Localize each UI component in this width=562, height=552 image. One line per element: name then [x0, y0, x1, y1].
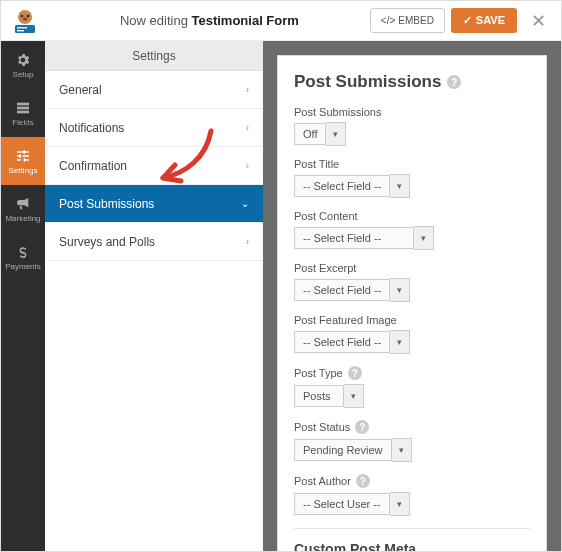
field-post-status: Post Status? Pending Review▾ — [294, 420, 530, 462]
field-label: Post Content — [294, 210, 530, 222]
select-value: Off — [294, 123, 326, 145]
field-post-title: Post Title -- Select Field --▾ — [294, 158, 530, 198]
menu-label: Notifications — [59, 121, 124, 135]
field-post-excerpt: Post Excerpt -- Select Field --▾ — [294, 262, 530, 302]
form-name: Testimonial Form — [191, 13, 298, 28]
fields-icon — [15, 100, 31, 116]
field-label: Post Featured Image — [294, 314, 530, 326]
field-label: Post Status? — [294, 420, 530, 434]
nav-fields[interactable]: Fields — [1, 89, 45, 137]
menu-surveys-polls[interactable]: Surveys and Polls› — [45, 223, 263, 261]
chevron-down-icon: ⌄ — [241, 198, 249, 209]
editing-prefix: Now editing — [120, 13, 192, 28]
select-value: Pending Review — [294, 439, 392, 461]
field-post-content: Post Content -- Select Field --▾ — [294, 210, 530, 250]
help-icon[interactable]: ? — [447, 75, 461, 89]
toggle-select[interactable]: Off▾ — [294, 122, 346, 146]
chevron-right-icon: › — [246, 122, 249, 133]
chevron-right-icon: › — [246, 84, 249, 95]
select-value: -- Select Field -- — [294, 175, 390, 197]
help-icon[interactable]: ? — [356, 474, 370, 488]
chevron-right-icon: › — [246, 236, 249, 247]
chevron-down-icon: ▾ — [390, 330, 410, 354]
menu-post-submissions[interactable]: Post Submissions⌄ — [45, 185, 263, 223]
left-nav: Setup Fields Settings Marketing Payments — [1, 41, 45, 551]
dollar-icon — [15, 244, 31, 260]
select-value: -- Select Field -- — [294, 227, 414, 249]
menu-notifications[interactable]: Notifications› — [45, 109, 263, 147]
chevron-down-icon: ▾ — [392, 438, 412, 462]
chevron-down-icon: ▾ — [344, 384, 364, 408]
field-post-type: Post Type? Posts▾ — [294, 366, 530, 408]
field-post-submissions-toggle: Post Submissions Off▾ — [294, 106, 530, 146]
panel-title: Post Submissions? — [294, 72, 530, 92]
menu-label: Post Submissions — [59, 197, 154, 211]
post-author-select[interactable]: -- Select User --▾ — [294, 492, 410, 516]
chevron-right-icon: › — [246, 160, 249, 171]
field-label: Post Title — [294, 158, 530, 170]
field-label: Post Author? — [294, 474, 530, 488]
post-status-select[interactable]: Pending Review▾ — [294, 438, 412, 462]
post-title-select[interactable]: -- Select Field --▾ — [294, 174, 410, 198]
app-logo — [9, 5, 41, 37]
field-label: Post Excerpt — [294, 262, 530, 274]
settings-menu: Settings General› Notifications› Confirm… — [45, 41, 263, 551]
sliders-icon — [15, 148, 31, 164]
svg-point-0 — [18, 10, 32, 24]
svg-point-3 — [23, 17, 28, 20]
post-submissions-card: Post Submissions? Post Submissions Off▾ … — [277, 55, 547, 551]
topbar: Now editing Testimonial Form </>EMBED ✓S… — [1, 1, 561, 41]
menu-confirmation[interactable]: Confirmation› — [45, 147, 263, 185]
post-content-select[interactable]: -- Select Field --▾ — [294, 226, 434, 250]
svg-rect-4 — [15, 25, 35, 33]
field-featured-image: Post Featured Image -- Select Field --▾ — [294, 314, 530, 354]
help-icon[interactable]: ? — [348, 366, 362, 380]
chevron-down-icon: ▾ — [414, 226, 434, 250]
help-icon[interactable]: ? — [355, 420, 369, 434]
chevron-down-icon: ▾ — [326, 122, 346, 146]
gear-icon — [15, 52, 31, 68]
nav-marketing[interactable]: Marketing — [1, 185, 45, 233]
save-button[interactable]: ✓SAVE — [451, 8, 517, 33]
chevron-down-icon: ▾ — [390, 492, 410, 516]
field-label: Post Type? — [294, 366, 530, 380]
menu-label: Confirmation — [59, 159, 127, 173]
nav-label: Marketing — [5, 214, 40, 223]
chevron-down-icon: ▾ — [390, 278, 410, 302]
select-value: -- Select Field -- — [294, 279, 390, 301]
menu-label: Surveys and Polls — [59, 235, 155, 249]
nav-settings[interactable]: Settings — [1, 137, 45, 185]
post-excerpt-select[interactable]: -- Select Field --▾ — [294, 278, 410, 302]
nav-label: Payments — [5, 262, 41, 271]
settings-menu-header: Settings — [45, 41, 263, 71]
nav-label: Settings — [9, 166, 38, 175]
select-value: -- Select User -- — [294, 493, 390, 515]
close-button[interactable]: ✕ — [523, 10, 553, 32]
svg-rect-6 — [17, 30, 24, 31]
editing-label: Now editing Testimonial Form — [49, 13, 370, 28]
chevron-down-icon: ▾ — [390, 174, 410, 198]
custom-meta-heading: Custom Post Meta — [294, 541, 530, 551]
nav-payments[interactable]: Payments — [1, 233, 45, 281]
menu-general[interactable]: General› — [45, 71, 263, 109]
nav-setup[interactable]: Setup — [1, 41, 45, 89]
select-value: -- Select Field -- — [294, 331, 390, 353]
menu-label: General — [59, 83, 102, 97]
nav-label: Setup — [13, 70, 34, 79]
nav-label: Fields — [12, 118, 33, 127]
svg-point-1 — [21, 14, 24, 17]
svg-point-2 — [27, 14, 30, 17]
bullhorn-icon — [15, 196, 31, 212]
embed-button[interactable]: </>EMBED — [370, 8, 445, 33]
post-type-select[interactable]: Posts▾ — [294, 384, 364, 408]
svg-rect-9 — [17, 110, 29, 113]
field-label: Post Submissions — [294, 106, 530, 118]
svg-rect-5 — [17, 27, 27, 28]
featured-image-select[interactable]: -- Select Field --▾ — [294, 330, 410, 354]
svg-rect-7 — [17, 102, 29, 105]
right-panel: Post Submissions? Post Submissions Off▾ … — [263, 41, 561, 551]
field-post-author: Post Author? -- Select User --▾ — [294, 474, 530, 516]
svg-rect-8 — [17, 106, 29, 109]
divider — [294, 528, 530, 529]
select-value: Posts — [294, 385, 344, 407]
